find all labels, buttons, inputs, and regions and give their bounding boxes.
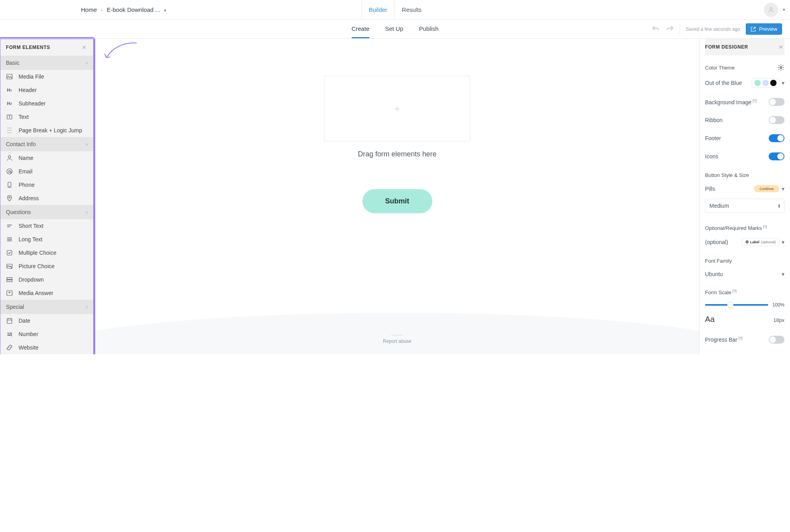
button-style-label: Button Style & Size: [705, 172, 749, 178]
tab-builder[interactable]: Builder: [361, 0, 395, 19]
breadcrumb-current[interactable]: E-book Download ... ▾: [107, 6, 166, 13]
element-long-text[interactable]: Long Text: [0, 233, 93, 246]
category-questions[interactable]: Questions ›: [0, 205, 93, 219]
subtab-setup[interactable]: Set Up: [385, 20, 403, 38]
element-date[interactable]: Date: [0, 314, 93, 327]
toggle-ribbon[interactable]: [769, 116, 784, 124]
image-icon: [6, 73, 13, 80]
redo-button[interactable]: [666, 25, 674, 34]
toggle-bg-image[interactable]: [769, 98, 784, 106]
chevron-right-icon: ›: [86, 141, 88, 147]
help-icon[interactable]: [?]: [739, 336, 743, 340]
ribbon-label: Ribbon: [705, 117, 722, 123]
dropdown-icon: [6, 276, 13, 283]
category-special[interactable]: Special ›: [0, 300, 93, 314]
toggle-icons[interactable]: [769, 152, 784, 160]
svg-point-0: [770, 8, 772, 10]
optreq-value: (optional): [705, 239, 728, 245]
footer-label: Footer: [705, 135, 721, 141]
element-subheader[interactable]: H2 Subheader: [0, 97, 93, 110]
close-icon[interactable]: [81, 44, 88, 51]
chevron-down-icon[interactable]: ▾: [782, 186, 784, 192]
tab-results[interactable]: Results: [395, 0, 429, 19]
h1-icon: H1: [6, 86, 13, 94]
toggle-footer[interactable]: [769, 134, 784, 142]
chevron-down-icon: ▾: [782, 271, 784, 277]
svg-point-3: [8, 156, 11, 158]
toggle-progress-bar[interactable]: [769, 336, 784, 344]
mode-tabs: Builder Results: [361, 0, 429, 19]
svg-point-15: [780, 67, 782, 69]
pills-label: Pills: [705, 186, 715, 192]
svg-point-8: [9, 197, 10, 198]
account-menu[interactable]: ▾: [764, 3, 785, 17]
font-family-label: Font Family: [705, 258, 732, 264]
font-family-select[interactable]: Ubuntu ▾: [705, 271, 784, 277]
left-panel-highlight: FORM ELEMENTS Basic › Media File H1 Head…: [0, 37, 95, 354]
button-size-select[interactable]: Medium ▴▾: [705, 199, 784, 213]
chevron-right-icon: ›: [86, 209, 88, 215]
calendar-icon: [6, 317, 13, 324]
theme-swatches[interactable]: [752, 78, 779, 88]
subtab-publish[interactable]: Publish: [419, 20, 438, 38]
element-media-file[interactable]: Media File: [0, 70, 93, 83]
element-short-text[interactable]: Short Text: [0, 219, 93, 233]
optreq-label: Optional/Required Marks[?]: [705, 225, 767, 231]
chevron-down-icon[interactable]: ▾: [782, 239, 784, 245]
element-picture-choice[interactable]: Picture Choice: [0, 259, 93, 273]
text-icon: [6, 113, 13, 120]
help-icon[interactable]: [?]: [753, 99, 757, 103]
short-text-icon: [6, 222, 13, 229]
scale-sample: Aa: [705, 315, 715, 324]
element-website[interactable]: Website: [0, 341, 93, 354]
location-icon: [6, 195, 13, 202]
phone-icon: [6, 181, 13, 188]
element-text[interactable]: Text: [0, 110, 93, 124]
gear-icon[interactable]: [777, 64, 784, 71]
svg-point-7: [9, 186, 10, 187]
element-dropdown[interactable]: Dropdown: [0, 273, 93, 286]
progress-bar-label: Progress Bar[?]: [705, 336, 743, 343]
form-designer-panel: FORM DESIGNER Color Theme Out of the Blu…: [699, 39, 790, 354]
submit-button[interactable]: Submit: [362, 189, 432, 213]
avatar: [764, 3, 778, 17]
breadcrumb-home[interactable]: Home: [81, 6, 97, 13]
long-text-icon: [6, 236, 13, 243]
subtab-create[interactable]: Create: [351, 20, 369, 38]
annotation-arrow-icon: [103, 41, 139, 61]
element-address[interactable]: Address: [0, 192, 93, 205]
element-media-answer[interactable]: Media Answer: [0, 286, 93, 300]
bg-image-label: Background Image[?]: [705, 99, 757, 105]
close-icon[interactable]: [777, 43, 784, 51]
form-scale-slider[interactable]: [705, 304, 768, 306]
report-abuse-link[interactable]: Report abuse: [383, 335, 411, 344]
element-name[interactable]: Name: [0, 151, 93, 165]
undo-button[interactable]: [651, 25, 660, 34]
element-number[interactable]: 12| Number: [0, 327, 93, 341]
chevron-down-icon[interactable]: ▾: [782, 80, 784, 86]
category-basic[interactable]: Basic ›: [0, 56, 93, 70]
chevron-right-icon: ›: [101, 6, 103, 13]
chevron-down-icon[interactable]: ▾: [164, 8, 166, 13]
person-icon: [6, 154, 13, 162]
theme-name: Out of the Blue: [705, 80, 742, 86]
help-icon[interactable]: [?]: [763, 225, 767, 229]
color-theme-label: Color Theme: [705, 65, 735, 71]
plus-icon: ＋: [393, 103, 402, 115]
footer-decoration: [95, 307, 699, 354]
scale-size: 18px: [773, 317, 784, 323]
element-page-break[interactable]: Page Break + Logic Jump: [0, 124, 93, 137]
preview-button[interactable]: Preview: [746, 23, 782, 35]
form-canvas: ＋ Drag form elements here Submit Report …: [95, 39, 699, 354]
checkbox-icon: [6, 249, 13, 256]
element-header[interactable]: H1 Header: [0, 83, 93, 97]
page-break-icon: [6, 127, 13, 134]
help-icon[interactable]: [?]: [732, 289, 736, 293]
icons-label: Icons: [705, 153, 718, 160]
element-multiple-choice[interactable]: Multiple Choice: [0, 246, 93, 259]
category-contact[interactable]: Contact Info ›: [0, 137, 93, 151]
svg-rect-14: [7, 319, 12, 323]
form-dropzone[interactable]: ＋: [324, 76, 470, 141]
element-phone[interactable]: Phone: [0, 178, 93, 192]
element-email[interactable]: Email: [0, 165, 93, 178]
